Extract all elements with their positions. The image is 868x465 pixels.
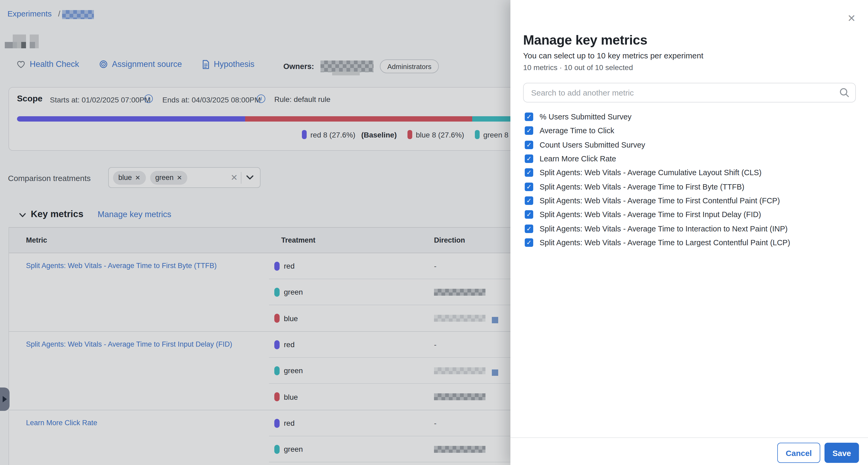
metric-checkbox-checked[interactable]: ✓	[525, 113, 533, 121]
save-button[interactable]: Save	[825, 443, 859, 463]
panel-title: Manage key metrics	[523, 32, 647, 48]
metric-option-label: Split Agents: Web Vitals - Average Time …	[539, 196, 780, 205]
metric-checkbox-checked[interactable]: ✓	[525, 154, 533, 163]
close-icon[interactable]: ✕	[845, 12, 858, 24]
metric-checkbox-checked[interactable]: ✓	[525, 182, 533, 191]
metric-option-label: Split Agents: Web Vitals - Average Time …	[539, 238, 790, 247]
metric-option-row: ✓Learn More Click Rate	[525, 152, 854, 166]
metric-checkbox-checked[interactable]: ✓	[525, 224, 533, 233]
metric-option-label: Split Agents: Web Vitals - Average Time …	[539, 224, 787, 233]
app-window: Experiments / Health CheckAssignment sou…	[0, 0, 868, 465]
metrics-count-summary: 10 metrics · 10 out of 10 selected	[523, 63, 633, 72]
cancel-button[interactable]: Cancel	[777, 443, 820, 463]
metric-option-row: ✓Split Agents: Web Vitals - Average Time…	[525, 222, 854, 236]
manage-key-metrics-panel: ✕ Manage key metrics You can select up t…	[510, 0, 868, 465]
metric-checkbox-checked[interactable]: ✓	[525, 140, 533, 149]
metric-checkbox-checked[interactable]: ✓	[525, 210, 533, 219]
panel-footer: Cancel Save	[510, 437, 868, 465]
metric-option-row: ✓Split Agents: Web Vitals - Average Cumu…	[525, 166, 854, 180]
metric-option-label: Average Time to Click	[539, 126, 614, 135]
metric-checkbox-list: ✓% Users Submitted Survey✓Average Time t…	[525, 110, 854, 250]
metric-option-label: Learn More Click Rate	[539, 154, 616, 163]
metric-search-input[interactable]	[523, 83, 856, 103]
metric-option-label: Count Users Submitted Survey	[539, 140, 645, 149]
metric-checkbox-checked[interactable]: ✓	[525, 196, 533, 205]
metric-option-row: ✓Count Users Submitted Survey	[525, 138, 854, 152]
metric-checkbox-checked[interactable]: ✓	[525, 238, 533, 247]
metric-checkbox-checked[interactable]: ✓	[525, 126, 533, 135]
metric-option-row: ✓Split Agents: Web Vitals - Average Time…	[525, 180, 854, 194]
metric-option-row: ✓Average Time to Click	[525, 124, 854, 138]
metric-option-row: ✓Split Agents: Web Vitals - Average Time…	[525, 194, 854, 208]
metric-option-label: Split Agents: Web Vitals - Average Time …	[539, 182, 744, 191]
metric-option-row: ✓Split Agents: Web Vitals - Average Time…	[525, 208, 854, 222]
metric-search	[523, 83, 856, 103]
metric-checkbox-checked[interactable]: ✓	[525, 169, 533, 177]
metric-option-label: % Users Submitted Survey	[539, 113, 632, 121]
metric-option-row: ✓Split Agents: Web Vitals - Average Time…	[525, 235, 854, 250]
metric-option-label: Split Agents: Web Vitals - Average Time …	[539, 210, 761, 219]
metric-option-row: ✓% Users Submitted Survey	[525, 110, 854, 124]
metric-option-label: Split Agents: Web Vitals - Average Cumul…	[539, 169, 762, 177]
search-icon	[839, 88, 849, 100]
panel-subtitle: You can select up to 10 key metrics per …	[523, 51, 703, 60]
